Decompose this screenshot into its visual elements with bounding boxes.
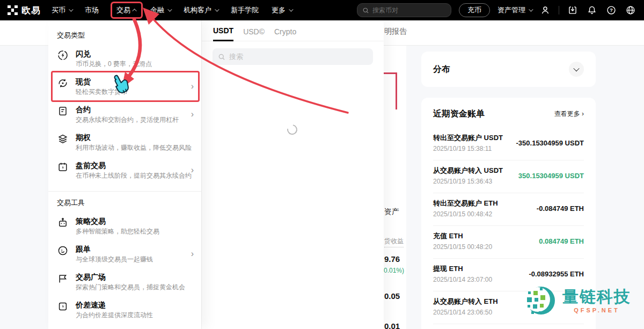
coin-selector-panel: USDT USD© Crypto — [201, 20, 384, 329]
copy-trading-icon — [57, 245, 69, 257]
menu-item-title: 价差速递 — [76, 300, 194, 310]
menu-item-options[interactable]: 期权利用市场波动，赚取收益，降低交易风险 — [48, 128, 201, 156]
menu-item-title: 合约 — [76, 105, 181, 114]
help-icon[interactable]: ? — [605, 4, 617, 16]
menu-item-title: 跟单 — [76, 244, 181, 254]
bill-title: 充值 ETH — [433, 231, 492, 240]
menu-item-strategy[interactable]: 策略交易多种智能策略，助您轻松交易 — [48, 212, 201, 240]
menu-item-desc: 币币兑换，0 费率，无滑点 — [76, 60, 194, 68]
bill-title: 转出至交易账户 ETH — [433, 199, 498, 208]
menu-item-marketplace[interactable]: 交易广场探索热门策略和交易员，捕捉黄金机会 — [48, 268, 201, 296]
chevron-down-icon — [529, 7, 533, 11]
background-red-box-annotation — [383, 72, 397, 109]
notifications-bell-icon[interactable] — [586, 4, 598, 16]
trade-dropdown-panel: 交易类型 闪兑币币兑换，0 费率，无滑点 现货轻松买卖数字货币 › 合约交易永续… — [48, 20, 201, 329]
menu-item-desc: 利用市场波动，赚取收益，降低交易风险 — [76, 143, 194, 152]
chevron-right-icon: › — [188, 250, 194, 258]
background-value-3: 0.01 — [384, 321, 400, 329]
download-app-icon[interactable] — [567, 4, 579, 16]
coin-search-input[interactable] — [229, 53, 358, 61]
bill-date: 2025/10/19 15:36:43 — [433, 178, 503, 185]
expand-distribution-button[interactable] — [569, 62, 584, 77]
strategy-icon — [57, 217, 69, 229]
bill-date: 2025/10/15 00:48:20 — [433, 243, 492, 251]
bill-row[interactable]: 充值 ETH2025/10/15 00:48:20 0.084749 ETH — [433, 226, 584, 259]
tab-usdc[interactable]: USD© — [243, 27, 265, 41]
nav-item-buy-crypto[interactable]: 买币 — [52, 5, 72, 15]
chevron-down-icon — [215, 7, 219, 11]
menu-item-desc: 探索热门策略和交易员，捕捉黄金机会 — [76, 283, 194, 291]
pre-market-icon — [57, 161, 69, 173]
menu-item-pre-market[interactable]: 盘前交易在币种未上线阶段，提前交易其永续合约 › — [48, 156, 201, 184]
spread-icon — [57, 301, 69, 312]
chevron-down-icon — [289, 7, 293, 11]
distribution-card: 分布 — [421, 52, 596, 87]
distribution-title: 分布 — [433, 64, 450, 75]
flash-swap-icon — [57, 49, 69, 61]
menu-divider — [48, 191, 201, 192]
bill-date: 2025/10/14 23:06:50 — [433, 309, 498, 316]
nav-item-finance[interactable]: 金融 — [150, 5, 171, 15]
tab-crypto[interactable]: Crypto — [274, 27, 296, 41]
brand-logo[interactable]: 欧易 — [8, 4, 41, 17]
menu-item-copy-trading[interactable]: 跟单与全球顶级交易员一起赚钱 › — [48, 240, 201, 268]
coin-search-box[interactable] — [213, 48, 373, 65]
bill-row[interactable]: 提现 ETH2025/10/14 23:07:00 -0.08932955 ET… — [433, 259, 584, 291]
brand-name: 欧易 — [21, 4, 41, 17]
nav-item-institutional[interactable]: 机构客户 — [184, 5, 218, 15]
assets-menu[interactable]: 资产管理 — [497, 5, 532, 15]
spot-icon — [57, 77, 69, 89]
nav-menu: 买币 市场 交易 金融 机构客户 新手学院 更多 — [52, 2, 305, 18]
bill-row[interactable]: 从交易账户转入 ETH2025/10/14 23:06:50 — [433, 291, 584, 324]
menu-item-desc: 为合约价差提供深度流动性 — [76, 311, 194, 319]
section-trade-types: 交易类型 — [57, 31, 201, 40]
marketplace-icon — [57, 273, 69, 284]
menu-item-futures[interactable]: 合约交易永续和交割合约，灵活使用杠杆 › — [48, 100, 201, 128]
menu-item-desc: 多种智能策略，助您轻松交易 — [76, 227, 194, 236]
okx-logo-icon — [8, 5, 18, 16]
recent-bills-card: 近期资金账单 查看更多 › 转出至交易账户 USDT2025/10/19 15:… — [421, 98, 596, 329]
tab-usdt[interactable]: USDT — [213, 26, 233, 41]
nav-item-more[interactable]: 更多 — [272, 5, 292, 15]
menu-item-title: 现货 — [76, 77, 181, 86]
top-navbar: 欧易 买币 市场 交易 金融 机构客户 新手学院 更多 充币 资产管理 ? — [0, 0, 644, 20]
loading-spinner — [285, 122, 299, 136]
nav-item-trade[interactable]: 交易 — [112, 2, 142, 18]
bill-amount: 350.15304959 USDT — [518, 172, 584, 180]
coin-tabs: USDT USD© Crypto — [202, 20, 384, 41]
bill-date: 2025/10/14 23:07:00 — [433, 276, 492, 283]
bill-row[interactable]: 从交易账户转入 USDT2025/10/19 15:36:43 350.1530… — [433, 160, 584, 193]
menu-item-spot[interactable]: 现货轻松买卖数字货币 › — [48, 72, 201, 100]
nav-divider — [559, 6, 559, 14]
background-report-text: 明报告 — [384, 27, 407, 36]
section-trade-tools: 交易工具 — [57, 198, 201, 208]
menu-item-title: 交易广场 — [76, 272, 194, 282]
menu-item-convert[interactable]: 闪兑币币兑换，0 费率，无滑点 — [48, 45, 201, 72]
bill-row[interactable]: 转出至交易账户 ETH2025/10/15 00:48:42 -0.084749… — [433, 193, 584, 226]
chevron-down-icon — [167, 7, 172, 11]
bill-amount: 0.084749 ETH — [539, 237, 584, 245]
menu-item-desc: 在币种未上线阶段，提前交易其永续合约 — [76, 171, 181, 180]
futures-icon — [57, 105, 69, 117]
deposit-button[interactable]: 充币 — [459, 3, 490, 17]
pair-search-input[interactable] — [372, 6, 442, 14]
bill-title: 从交易账户转入 USDT — [433, 166, 503, 175]
menu-item-title: 期权 — [76, 133, 194, 142]
see-more-link[interactable]: 查看更多 › — [554, 109, 584, 119]
options-icon — [57, 133, 69, 145]
menu-item-spread[interactable]: 价差速递为合约价差提供深度流动性 — [48, 296, 201, 324]
pair-search-box[interactable] — [357, 3, 451, 17]
nav-item-markets[interactable]: 市场 — [85, 5, 99, 15]
nav-item-academy[interactable]: 新手学院 — [231, 5, 259, 15]
menu-item-rfq[interactable]: 询价单支持自定义多腿策略和大宗交易 — [48, 324, 201, 329]
chevron-up-icon — [132, 9, 136, 13]
bill-title: 从交易账户转入 ETH — [433, 297, 498, 306]
background-yield-label: 货收益 — [384, 237, 404, 247]
bill-amount: -0.084749 ETH — [537, 204, 584, 213]
bills-title: 近期资金账单 — [433, 108, 485, 120]
bill-row[interactable]: 转出至交易账户 USDT2025/10/19 15:38:11 -350.153… — [433, 128, 584, 160]
profile-icon[interactable] — [539, 4, 551, 16]
background-assets-label: 资产 — [384, 207, 399, 217]
language-globe-icon[interactable] — [625, 4, 636, 16]
menu-item-title: 策略交易 — [76, 216, 194, 226]
